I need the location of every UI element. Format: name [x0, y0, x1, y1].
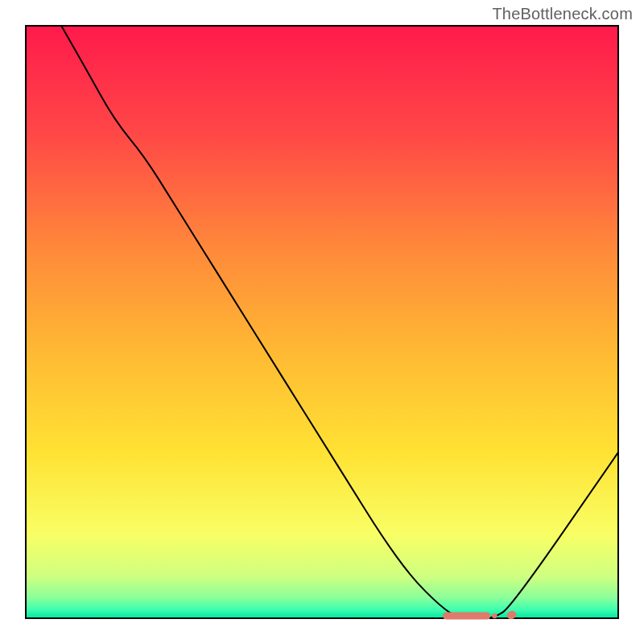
svg-point-1	[492, 613, 497, 618]
plot-background	[26, 26, 618, 618]
chart-svg	[0, 0, 644, 644]
bottleneck-chart: TheBottleneck.com	[0, 0, 644, 644]
